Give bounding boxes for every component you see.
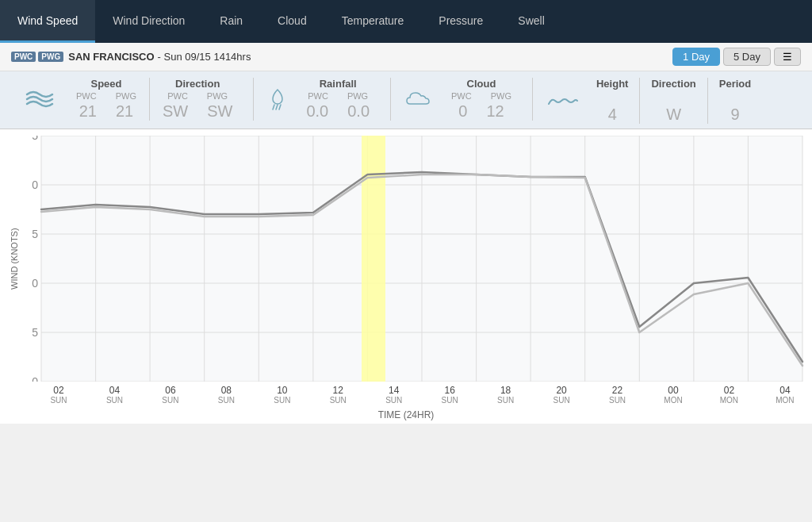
rainfall-pwg-label: PWG	[347, 91, 368, 101]
speed-label: Speed	[90, 78, 121, 90]
svg-rect-31	[362, 136, 385, 382]
rainfall-label: Rainfall	[320, 78, 357, 90]
cloud-pwg-label: PWG	[491, 91, 511, 101]
time-label-3: 08 SUN	[199, 385, 253, 405]
wave-icon	[547, 93, 579, 109]
tab-cloud[interactable]: Cloud	[260, 0, 324, 43]
wind-dir-pwg-value: SW	[207, 102, 232, 121]
svg-text:10: 10	[32, 277, 38, 290]
time-label-10: 22 SUN	[591, 385, 645, 405]
speed-pwg-label: PWG	[116, 91, 136, 101]
tab-wind-direction[interactable]: Wind Direction	[95, 0, 202, 43]
time-label-5: 12 SUN	[311, 385, 365, 405]
speed-pwc-label: PWC	[76, 91, 97, 101]
tab-swell[interactable]: Swell	[500, 0, 561, 43]
time-label-8: 18 SUN	[479, 385, 533, 405]
speed-pwg-value: 21	[116, 102, 133, 121]
svg-text:25: 25	[32, 136, 38, 142]
height-value: 4	[608, 106, 617, 123]
time-axis: 02 SUN 04 SUN 06 SUN 08 SUN 10 SUN 12 SU…	[0, 382, 812, 406]
tab-wind-speed[interactable]: Wind Speed	[0, 0, 95, 43]
rainfall-pwc-label: PWC	[308, 91, 328, 101]
five-day-button[interactable]: 5 Day	[723, 48, 771, 66]
wind-icon	[25, 88, 54, 110]
svg-line-0	[273, 105, 274, 109]
cloud-pwc-label: PWC	[451, 91, 472, 101]
one-day-button[interactable]: 1 Day	[672, 48, 720, 66]
time-label-1: 04 SUN	[87, 385, 141, 405]
svg-text:0: 0	[32, 375, 38, 382]
badge-pwc: PWC	[11, 52, 36, 62]
time-label-7: 16 SUN	[423, 385, 477, 405]
period-value: 9	[730, 106, 739, 123]
rainfall-pwg-value: 0.0	[347, 102, 370, 121]
time-label-4: 10 SUN	[255, 385, 309, 405]
cloud-icon	[405, 90, 432, 109]
height-label: Height	[596, 78, 628, 90]
data-table: Speed PWC PWG 21 21 Direction PWC PWG	[0, 71, 812, 129]
time-label-9: 20 SUN	[534, 385, 588, 405]
time-label-13: 04 MON	[758, 385, 812, 405]
datetime-text: - Sun 09/15 1414hrs	[158, 51, 251, 63]
wind-dir-pwc-label: PWC	[167, 91, 188, 101]
time-label-12: 02 MON	[702, 385, 756, 405]
wind-dir-pwg-label: PWG	[207, 91, 228, 101]
swell-direction-value: W	[666, 106, 681, 123]
header-row: PWC PWG SAN FRANCISCO - Sun 09/15 1414hr…	[0, 43, 812, 71]
chart-area: WIND (KNOTS) 25 20 15 10 5 0	[0, 129, 812, 424]
speed-pwc-value: 21	[79, 102, 97, 121]
time-label-6: 14 SUN	[367, 385, 421, 405]
svg-text:5: 5	[32, 326, 38, 339]
menu-button[interactable]: ☰	[774, 48, 801, 66]
time-label-11: 00 MON	[646, 385, 700, 405]
tab-pressure[interactable]: Pressure	[421, 0, 500, 43]
period-label: Period	[719, 78, 751, 90]
time-label-2: 06 SUN	[144, 385, 197, 405]
wind-dir-pwc-value: SW	[163, 102, 188, 121]
svg-line-1	[276, 105, 278, 109]
tab-temperature[interactable]: Temperature	[324, 0, 422, 43]
y-axis-label: WIND (KNOTS)	[0, 136, 32, 382]
tab-rain[interactable]: Rain	[202, 0, 260, 43]
badge-pwg: PWG	[38, 52, 63, 62]
rain-icon	[268, 88, 287, 110]
cloud-pwc-value: 0	[458, 102, 467, 121]
cloud-pwg-value: 12	[486, 102, 504, 121]
time-label-0: 02 SUN	[32, 385, 86, 405]
rainfall-pwc-value: 0.0	[306, 102, 328, 121]
main-nav: Wind Speed Wind Direction Rain Cloud Tem…	[0, 0, 812, 43]
swell-direction-label: Direction	[651, 78, 695, 90]
svg-text:15: 15	[32, 228, 38, 240]
cloud-label: Cloud	[467, 78, 496, 90]
wind-chart: 25 20 15 10 5 0	[32, 136, 812, 382]
wind-direction-label: Direction	[175, 78, 220, 90]
svg-text:20: 20	[32, 178, 38, 191]
svg-line-2	[279, 105, 281, 109]
x-axis-label: TIME (24HR)	[0, 406, 812, 424]
location-name: SAN FRANCISCO	[68, 51, 154, 63]
day-controls: 1 Day 5 Day ☰	[672, 48, 801, 66]
